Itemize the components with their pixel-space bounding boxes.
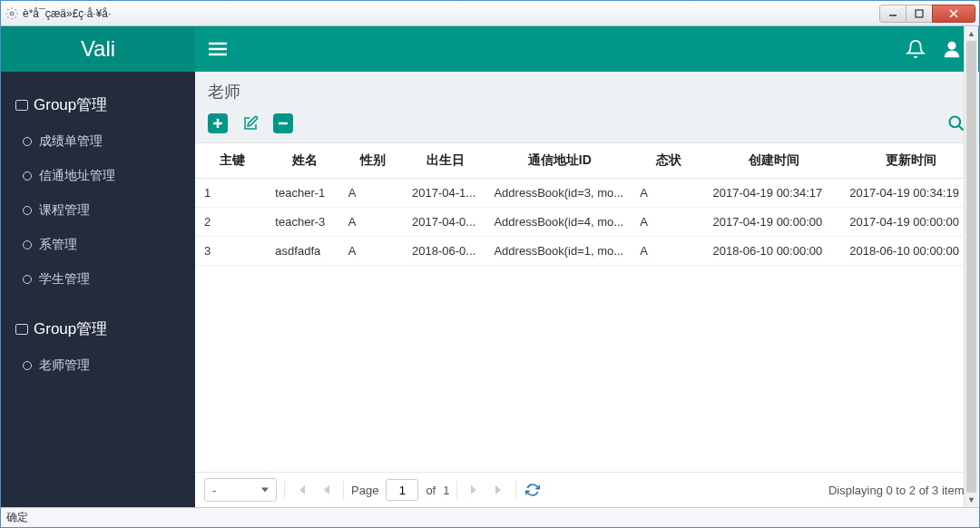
column-header[interactable]: 性别 [341, 143, 405, 179]
sidebar-item-teacher[interactable]: 老师管理 [1, 348, 195, 383]
table-cell: teacher-1 [268, 179, 340, 208]
scroll-thumb[interactable] [966, 41, 976, 493]
sidebar-item-address[interactable]: 信通地址管理 [1, 159, 195, 193]
sidebar-item-student[interactable]: 学生管理 [1, 262, 195, 297]
sidebar-group-0[interactable]: Group管理 [1, 85, 195, 124]
column-header[interactable]: 更新时间 [842, 143, 979, 179]
scroll-up-icon: ▲ [965, 26, 978, 41]
svg-point-0 [10, 12, 14, 15]
table-cell: 3 [195, 237, 268, 266]
circle-icon [23, 171, 32, 181]
group-icon [15, 100, 28, 111]
status-bar: 确定 [1, 507, 979, 527]
table-cell: A [341, 208, 405, 237]
table-cell: AddressBook(id=3, mo... [486, 179, 632, 208]
minus-icon [277, 117, 289, 130]
next-icon [468, 484, 479, 495]
window-minimize-button[interactable] [879, 5, 906, 23]
notifications-button[interactable] [897, 39, 934, 59]
table-cell: AddressBook(id=4, mo... [486, 208, 632, 237]
page-input[interactable] [386, 479, 418, 501]
table-cell: 2017-04-19 00:00:00 [842, 208, 979, 237]
table-cell: teacher-3 [268, 208, 340, 237]
title-bar: è*å¯çæä»£ç·å·¥å· [1, 1, 979, 26]
sidebar: Group管理 成绩单管理 信通地址管理 课程管理 系管理 学生管理 Group… [1, 72, 195, 507]
next-page-button[interactable] [465, 481, 483, 499]
sidebar-item-label: 成绩单管理 [39, 133, 103, 150]
svg-point-8 [947, 42, 956, 50]
page-title: 老师 [195, 72, 979, 108]
last-icon [493, 484, 505, 496]
table-cell: A [632, 208, 705, 237]
of-label: of [426, 484, 436, 497]
table-cell: 2017-04-0... [405, 208, 486, 237]
window-maximize-button[interactable] [906, 5, 933, 23]
prev-page-button[interactable] [318, 481, 336, 499]
first-page-button[interactable] [292, 481, 310, 499]
sidebar-item-score[interactable]: 成绩单管理 [1, 124, 195, 159]
table-cell: A [341, 179, 405, 208]
bell-icon [906, 39, 926, 59]
prev-icon [321, 484, 332, 495]
favicon-icon [5, 6, 19, 21]
plus-icon [211, 117, 224, 130]
sidebar-item-label: 老师管理 [39, 357, 90, 374]
add-button[interactable] [208, 113, 228, 133]
chevron-down-icon [261, 488, 269, 493]
table-row[interactable]: 3asdfadfaA2018-06-0...AddressBook(id=1, … [195, 237, 979, 266]
window-title: è*å¯çæä»£ç·å·¥å· [23, 7, 880, 20]
table-cell: 2 [195, 208, 268, 237]
hamburger-icon [209, 42, 227, 56]
column-header[interactable]: 通信地址ID [486, 143, 632, 179]
circle-icon [23, 275, 32, 284]
remove-button[interactable] [273, 113, 293, 133]
user-icon [942, 39, 962, 59]
search-icon [947, 114, 965, 132]
svg-line-13 [959, 126, 964, 131]
circle-icon [23, 137, 32, 146]
vertical-scrollbar[interactable]: ▲ ▼ [964, 26, 978, 507]
table-cell: A [632, 237, 705, 266]
page-size-select[interactable]: - [204, 478, 277, 502]
table-cell: AddressBook(id=1, mo... [486, 237, 632, 266]
svg-point-12 [950, 117, 961, 128]
table-row[interactable]: 2teacher-3A2017-04-0...AddressBook(id=4,… [195, 208, 979, 237]
sidebar-item-department[interactable]: 系管理 [1, 228, 195, 262]
column-header[interactable]: 姓名 [268, 143, 340, 179]
column-header[interactable]: 出生日 [405, 143, 486, 179]
brand[interactable]: Vali [1, 26, 195, 72]
sidebar-group-1[interactable]: Group管理 [1, 309, 195, 348]
svg-rect-2 [916, 10, 923, 17]
separator [515, 481, 516, 499]
last-page-button[interactable] [490, 481, 508, 499]
sidebar-item-course[interactable]: 课程管理 [1, 193, 195, 228]
circle-icon [23, 206, 32, 215]
table-row[interactable]: 1teacher-1A2017-04-1...AddressBook(id=3,… [195, 179, 979, 208]
column-header[interactable]: 主键 [195, 143, 268, 179]
refresh-button[interactable] [524, 481, 542, 499]
table-cell: 1 [195, 179, 268, 208]
data-grid: 主键 姓名 性别 出生日 通信地址ID 态状 创建时间 更新时间 1teache… [195, 142, 979, 507]
pager-summary: Displaying 0 to 2 of 3 items [828, 484, 970, 497]
table-cell: A [632, 179, 705, 208]
toolbar [195, 108, 979, 139]
edit-button[interactable] [240, 113, 260, 133]
sidebar-item-label: 学生管理 [39, 271, 90, 288]
circle-icon [23, 240, 32, 249]
column-header[interactable]: 态状 [632, 143, 705, 179]
table-cell: 2018-06-10 00:00:00 [842, 237, 979, 266]
window-close-button[interactable] [932, 5, 975, 23]
menu-toggle-button[interactable] [195, 42, 240, 56]
edit-icon [242, 115, 259, 132]
separator [456, 481, 457, 499]
column-header[interactable]: 创建时间 [706, 143, 843, 179]
sidebar-item-label: 课程管理 [39, 202, 90, 219]
sidebar-item-label: 系管理 [39, 237, 77, 253]
status-text: 确定 [6, 510, 28, 525]
table-cell: 2017-04-19 00:34:17 [706, 179, 843, 208]
group-icon [15, 324, 28, 335]
table-cell: 2018-06-0... [405, 237, 486, 266]
table-cell: 2018-06-10 00:00:00 [706, 237, 843, 266]
scroll-down-icon: ▼ [965, 493, 978, 507]
separator [284, 481, 285, 499]
